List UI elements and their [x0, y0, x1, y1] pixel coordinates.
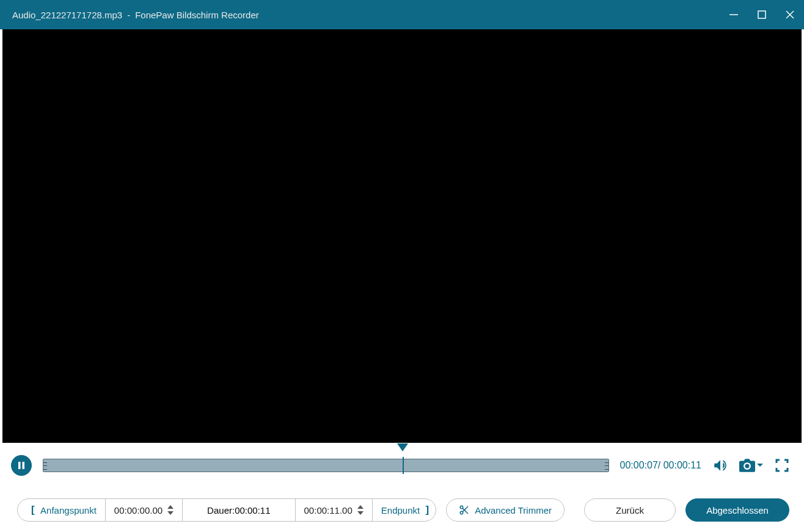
end-time-field[interactable]: 00:00:11.00: [296, 499, 373, 521]
set-endpoint-button[interactable]: Endpunkt ]: [373, 499, 436, 521]
end-time-value: 00:00:11.00: [304, 505, 353, 516]
start-time-value: 00:00:00.00: [114, 505, 163, 516]
fullscreen-icon: [775, 458, 789, 473]
duration-label: Dauer:: [207, 505, 235, 516]
end-time-down[interactable]: [357, 511, 364, 515]
file-name-label: Audio_221227171728.mp3: [12, 10, 122, 20]
playhead-line: [403, 457, 404, 474]
snapshot-button[interactable]: [739, 459, 764, 472]
bracket-right-icon: ]: [420, 504, 429, 516]
back-button[interactable]: Zurück: [584, 498, 676, 522]
trim-handle-left[interactable]: [43, 459, 47, 473]
titlebar: Audio_221227171728.mp3 - FonePaw Bildsch…: [0, 0, 804, 29]
timeline[interactable]: [43, 453, 609, 478]
duration-cell: Dauer:00:00:11: [183, 499, 295, 521]
close-button[interactable]: [776, 0, 804, 29]
scissors-icon: [459, 505, 470, 516]
chevron-down-icon: [756, 462, 764, 468]
done-button[interactable]: Abgeschlossen: [685, 498, 789, 522]
fullscreen-button[interactable]: [775, 458, 789, 473]
start-time-down[interactable]: [167, 511, 174, 515]
advanced-trimmer-label: Advanced Trimmer: [475, 505, 552, 516]
duration-value: 00:00:11: [235, 505, 270, 516]
minimize-button[interactable]: [720, 0, 748, 29]
back-label: Zurück: [616, 505, 644, 516]
end-time-up[interactable]: [357, 505, 364, 509]
time-display: 00:00:07/ 00:00:11: [620, 460, 701, 471]
svg-point-7: [460, 511, 463, 514]
svg-rect-1: [758, 11, 766, 18]
set-startpoint-button[interactable]: [ Anfangspunkt: [18, 499, 106, 521]
close-icon: [785, 10, 795, 20]
playback-bar: 00:00:07/ 00:00:11: [0, 443, 804, 488]
end-time-spinner: [357, 505, 364, 515]
preview-area: [2, 29, 802, 443]
app-name-label: FonePaw Bildschirm Recorder: [135, 10, 259, 20]
svg-rect-5: [23, 462, 25, 469]
start-time-up[interactable]: [167, 505, 174, 509]
trim-handle-right[interactable]: [605, 459, 608, 473]
done-label: Abgeschlossen: [706, 505, 769, 516]
bottom-bar: [ Anfangspunkt 00:00:00.00 Dauer:00:00:1…: [0, 488, 804, 532]
bracket-left-icon: [: [31, 504, 40, 516]
start-time-spinner: [167, 505, 174, 515]
maximize-button[interactable]: [748, 0, 776, 29]
title-separator: -: [122, 10, 135, 20]
camera-icon: [739, 459, 755, 472]
maximize-icon: [757, 10, 767, 20]
start-time-field[interactable]: 00:00:00.00: [106, 499, 183, 521]
endpoint-label: Endpunkt: [381, 505, 420, 516]
volume-button[interactable]: [712, 457, 728, 473]
svg-rect-4: [18, 462, 21, 469]
startpoint-label: Anfangspunkt: [40, 505, 97, 516]
advanced-trimmer-button[interactable]: Advanced Trimmer: [446, 498, 565, 522]
trim-controls: [ Anfangspunkt 00:00:00.00 Dauer:00:00:1…: [17, 498, 436, 522]
app-window: Audio_221227171728.mp3 - FonePaw Bildsch…: [0, 0, 804, 532]
timeline-track[interactable]: [43, 459, 609, 472]
playhead-marker-icon[interactable]: [397, 443, 408, 451]
svg-point-6: [460, 506, 463, 509]
minimize-icon: [729, 10, 739, 20]
pause-button[interactable]: [11, 455, 32, 476]
volume-icon: [712, 457, 728, 473]
pause-icon: [17, 461, 26, 470]
